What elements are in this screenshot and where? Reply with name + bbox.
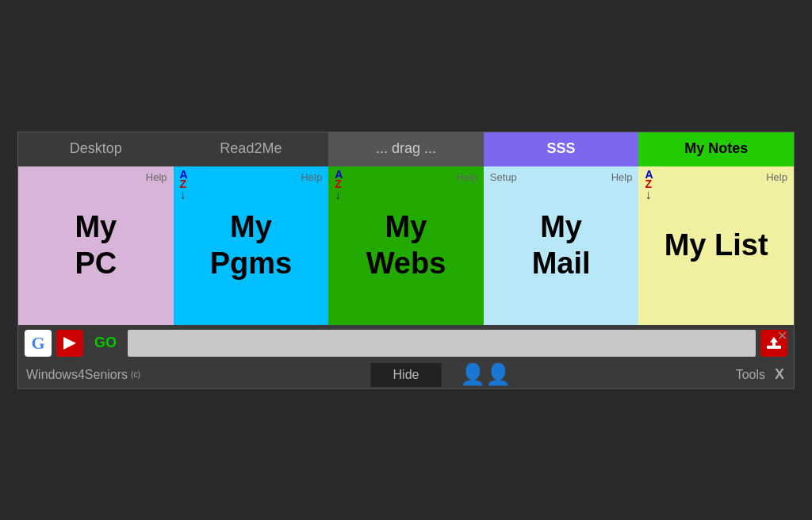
tools-button[interactable]: Tools bbox=[736, 368, 765, 382]
my-pgms-label: MyPgms bbox=[210, 209, 292, 281]
youtube-play-icon bbox=[63, 337, 76, 350]
tab-desktop[interactable]: Desktop bbox=[18, 132, 174, 166]
my-pc-help[interactable]: Help bbox=[146, 171, 167, 183]
tab-bar: Desktop Read2Me ... drag ... SSS My Note… bbox=[18, 132, 794, 166]
my-list-label: My List bbox=[665, 228, 768, 264]
youtube-button[interactable] bbox=[56, 330, 83, 357]
tab-read2me[interactable]: Read2Me bbox=[174, 132, 329, 166]
panel-row: Help MyPC Help A Z ↓ MyPgms Help A Z ↓ M… bbox=[18, 166, 794, 325]
my-webs-sort: A Z ↓ bbox=[335, 170, 343, 201]
panel-my-list[interactable]: Help A Z ↓ My List bbox=[638, 166, 794, 325]
go-button[interactable]: GO bbox=[88, 331, 123, 354]
svg-rect-0 bbox=[767, 346, 781, 349]
my-pgms-sort: A Z ↓ bbox=[180, 170, 188, 201]
tab-mynotes[interactable]: My Notes bbox=[638, 132, 794, 166]
people-icons: 👤👤 bbox=[460, 362, 511, 387]
my-list-sort: A Z ↓ bbox=[645, 170, 653, 201]
google-button[interactable]: G bbox=[25, 330, 52, 357]
search-input[interactable] bbox=[128, 330, 756, 357]
panel-my-mail[interactable]: Setup Help MyMail bbox=[484, 166, 639, 325]
hide-button[interactable]: Hide bbox=[371, 363, 442, 387]
my-webs-help[interactable]: Help bbox=[456, 171, 477, 183]
tab-sss[interactable]: SSS bbox=[484, 132, 639, 166]
tab-drag[interactable]: ... drag ... bbox=[328, 132, 484, 166]
brand-text: Windows4Seniors bbox=[26, 368, 128, 382]
my-mail-label: MyMail bbox=[532, 209, 591, 281]
close-button[interactable]: X bbox=[775, 366, 784, 383]
panel-my-webs[interactable]: Help A Z ↓ MyWebs bbox=[328, 166, 484, 325]
my-pgms-help[interactable]: Help bbox=[301, 171, 322, 183]
app-container: Desktop Read2Me ... drag ... SSS My Note… bbox=[17, 132, 795, 389]
search-bar: G GO ✕ bbox=[18, 325, 794, 361]
my-mail-setup[interactable]: Setup bbox=[490, 171, 517, 183]
status-bar: Windows4Seniors (c) Hide 👤👤 Tools X bbox=[18, 361, 794, 388]
close-search-icon[interactable]: ✕ bbox=[777, 328, 787, 343]
panel-my-pgms[interactable]: Help A Z ↓ MyPgms bbox=[174, 166, 329, 325]
my-webs-label: MyWebs bbox=[366, 209, 446, 281]
copyright-text: (c) bbox=[131, 370, 140, 379]
panel-my-pc[interactable]: Help MyPC bbox=[18, 166, 174, 325]
my-mail-help[interactable]: Help bbox=[611, 171, 633, 183]
my-pc-label: MyPC bbox=[75, 209, 117, 281]
my-list-help[interactable]: Help bbox=[766, 171, 787, 183]
